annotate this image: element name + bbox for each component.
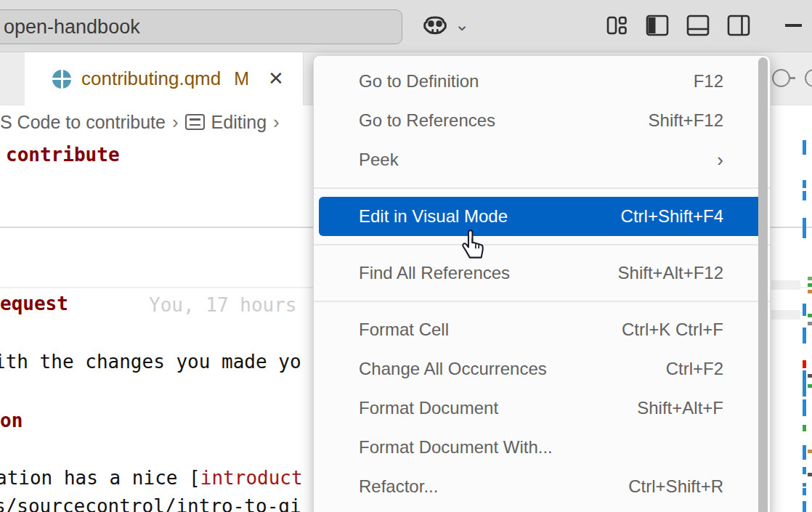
menu-item-label: Go to References: [359, 110, 649, 131]
submenu-chevron-icon: ›: [717, 149, 723, 171]
menu-item-label: Edit in Visual Mode: [359, 206, 621, 227]
minimap-text-mark: [808, 290, 812, 293]
minimap-text-mark: [808, 384, 812, 388]
minimap-change-bar: [803, 191, 806, 200]
quarto-file-icon: [52, 70, 71, 89]
minimap-change-bar: [803, 304, 806, 316]
toggle-panel-button[interactable]: [686, 15, 710, 39]
menu-item-format-cell[interactable]: Format CellCtrl+K Ctrl+F: [314, 310, 770, 349]
minimap-change-bar: [803, 328, 806, 344]
minimap-deleted-bar: [803, 360, 806, 368]
breadcrumb-separator-icon: ›: [273, 111, 280, 134]
minimap-change-bar: [803, 483, 806, 487]
menu-item-label: Change All Occurrences: [359, 359, 666, 379]
menu-item-go-to-definition[interactable]: Go to DefinitionF12: [314, 62, 770, 101]
menu-separator: [314, 244, 770, 245]
minimap-change-bar: [803, 140, 806, 155]
editor-heading: on: [0, 410, 23, 431]
minimize-icon: [785, 24, 802, 27]
tab-close-icon[interactable]: ✕: [268, 68, 284, 90]
context-menu-items: Go to DefinitionF12Go to ReferencesShift…: [314, 62, 770, 506]
chevron-down-icon: ⌄: [455, 17, 469, 32]
toggle-secondary-sidebar-button[interactable]: [726, 15, 751, 39]
minimap-change-bar: [803, 488, 806, 495]
menu-item-peek[interactable]: Peek›: [314, 140, 770, 179]
minimap-change-bar: [803, 445, 806, 460]
title-bar: open-handbook ⌄: [0, 0, 812, 52]
tab-modified-badge: M: [234, 68, 249, 89]
menu-item-label: Format Cell: [359, 320, 622, 340]
editor-text-line: ation has a nice [introduct: [0, 467, 303, 489]
menu-item-shortcut: Shift+F12: [649, 110, 723, 131]
editor-text-line: ith the changes you made yo: [0, 351, 301, 373]
editor-toolbar-circle-icon[interactable]: [805, 69, 812, 87]
editor-heading: equest: [0, 293, 68, 314]
mouse-hand-cursor: [458, 227, 489, 265]
tab-contributing-qmd[interactable]: contributing.qmd M ✕: [25, 52, 304, 105]
minimize-window-button[interactable]: [783, 13, 803, 38]
minimap-change-bar: [803, 218, 806, 238]
minimap-highlight: [771, 280, 800, 290]
menu-item-label: Peek: [359, 150, 717, 170]
menu-item-format-document-with[interactable]: Format Document With...: [314, 428, 770, 467]
editor-link-text: introduct: [200, 467, 303, 489]
toggle-panel-icon: [686, 13, 710, 41]
menu-item-shortcut: F12: [694, 71, 723, 92]
customize-layout-button[interactable]: [604, 15, 629, 39]
breadcrumb-item-code-to-contribute[interactable]: S Code to contribute: [0, 112, 166, 133]
editor-text-line: s/sourcecontrol/intro-to-gi: [0, 495, 301, 512]
minimap-added-bar: [803, 425, 806, 431]
toggle-secondary-sidebar-icon: [726, 13, 751, 41]
minimap-change-bar: [803, 501, 806, 512]
menu-item-label: Refactor...: [359, 476, 628, 497]
minimap-change-bar: [803, 399, 806, 416]
menu-item-shortcut: Shift+Alt+F12: [618, 263, 723, 283]
menu-item-shortcut: Shift+Alt+F: [637, 398, 723, 418]
copilot-icon: [421, 12, 449, 43]
minimap-change-bar: [803, 180, 806, 188]
minimap-text-mark: [808, 322, 812, 325]
menu-scrollbar[interactable]: [758, 57, 768, 512]
toggle-primary-sidebar-button[interactable]: [645, 15, 670, 39]
icon-tick: [789, 77, 795, 79]
tab-label: contributing.qmd: [81, 68, 221, 90]
menu-item-label: Format Document: [359, 398, 637, 418]
menu-separator: [314, 301, 770, 302]
menu-item-go-to-references[interactable]: Go to ReferencesShift+F12: [314, 101, 770, 140]
menu-item-label: Format Document With...: [359, 437, 723, 458]
breadcrumb-separator-icon: ›: [172, 111, 179, 134]
minimap-change-bar: [803, 467, 806, 474]
minimap-text-mark: [808, 450, 812, 453]
editor-context-menu: Go to DefinitionF12Go to ReferencesShift…: [313, 55, 771, 512]
vscode-window: open-handbook ⌄: [0, 0, 812, 512]
menu-separator: [314, 187, 770, 189]
minimap-text-mark: [808, 314, 812, 317]
editor-text-segment: ation has a nice [: [0, 467, 200, 489]
command-center-text: open-handbook: [4, 16, 140, 38]
minimap-text-mark: [808, 374, 812, 378]
minimap-text-mark: [808, 277, 812, 280]
minimap[interactable]: [770, 139, 812, 512]
menu-item-edit-in-visual-mode[interactable]: Edit in Visual ModeCtrl+Shift+F4: [319, 197, 765, 236]
git-blame-annotation: You, 17 hours: [149, 294, 297, 316]
customize-layout-icon: [605, 14, 628, 40]
menu-item-shortcut: Ctrl+F2: [666, 359, 723, 379]
toggle-primary-sidebar-icon: [645, 13, 670, 41]
breadcrumb-item-editing[interactable]: Editing: [211, 112, 267, 133]
command-center-search[interactable]: open-handbook: [0, 9, 402, 44]
menu-item-label: Go to Definition: [359, 71, 694, 92]
minimap-text-mark: [808, 473, 812, 476]
menu-item-change-all-occurrences[interactable]: Change All OccurrencesCtrl+F2: [314, 349, 770, 389]
menu-item-find-all-references[interactable]: Find All ReferencesShift+Alt+F12: [314, 253, 770, 293]
menu-item-shortcut: Ctrl+Shift+R: [628, 476, 723, 497]
section-symbol-icon: [185, 114, 205, 130]
minimap-text-mark: [808, 283, 812, 287]
copilot-menu-button[interactable]: ⌄: [421, 12, 469, 43]
menu-item-refactor[interactable]: Refactor...Ctrl+Shift+R: [314, 467, 770, 506]
menu-item-label: Find All References: [359, 263, 618, 283]
minimap-highlight: [771, 310, 800, 320]
editor-heading: contribute: [6, 144, 120, 166]
minimap-change-bar: [803, 370, 806, 397]
menu-item-format-document[interactable]: Format DocumentShift+Alt+F: [314, 389, 770, 428]
editor-toolbar-circle-icon[interactable]: [772, 69, 790, 87]
